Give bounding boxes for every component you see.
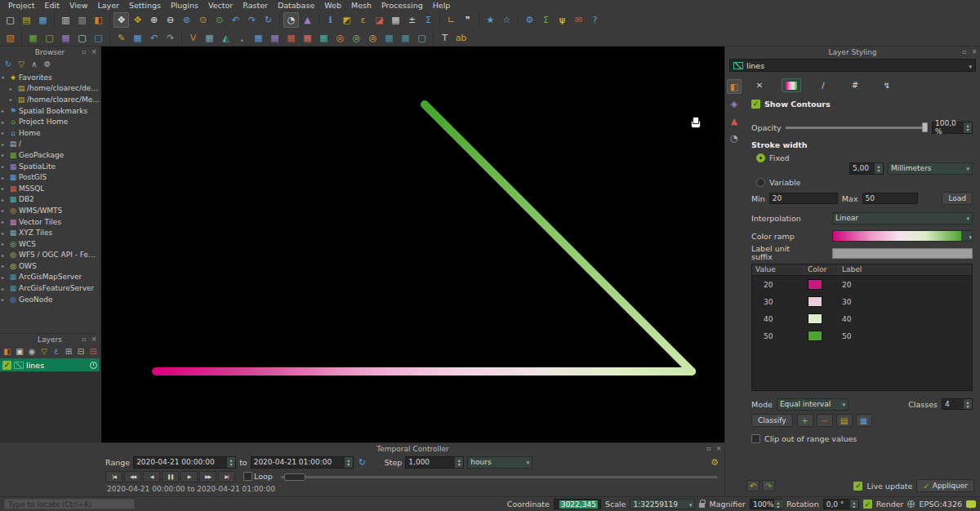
expand-arrow-icon[interactable]: ▸ [2, 219, 7, 224]
pan-to-selection-button[interactable]: ✥ [130, 12, 145, 28]
new-project-button[interactable]: ▢ [2, 12, 18, 28]
save-layer-edits-button[interactable]: ▦ [130, 30, 145, 46]
rotation-input[interactable]: 0,0 ° [823, 499, 859, 509]
tab-contours[interactable] [782, 78, 801, 92]
time-slider[interactable] [281, 471, 718, 482]
classes-table-row[interactable]: 30 30 [752, 293, 972, 310]
zoom-out-button[interactable]: ⊖ [163, 12, 178, 28]
menu-item[interactable]: Settings [124, 1, 166, 10]
new-memory-layer-button[interactable]: ▢ [74, 30, 90, 46]
browser-item-project-home[interactable]: ▸ ⌂ Project Home [0, 116, 100, 127]
zoom-next-button[interactable]: ↷ [244, 12, 260, 28]
filter-expression-button[interactable]: ε [51, 345, 62, 357]
new-virtual-layer-button[interactable]: ▢ [91, 30, 106, 46]
remove-class-button[interactable]: − [817, 414, 833, 427]
show-bookmarks-button[interactable]: ☆ [499, 12, 514, 28]
new-bookmark-button[interactable]: ★ [483, 12, 498, 28]
new-shapefile-button[interactable]: ▢ [42, 30, 57, 46]
refresh-range-button[interactable] [357, 456, 368, 468]
help-button[interactable]: ? [587, 12, 603, 28]
step-value-input[interactable]: 1,000 [405, 456, 464, 469]
scale-combo[interactable]: 1:32259119 [630, 499, 695, 509]
show-layout-manager-button[interactable]: ▥ [74, 12, 90, 28]
new-print-layout-button[interactable]: ▥ [58, 12, 74, 28]
toggle-editing-button[interactable]: ✎ [114, 30, 129, 46]
expand-arrow-icon[interactable]: ▸ [2, 152, 7, 158]
add-wfs-button[interactable]: ◎ [365, 30, 381, 46]
chevron-down-icon[interactable] [961, 231, 972, 241]
expand-arrow-icon[interactable]: ▸ [2, 296, 7, 302]
annotation-button[interactable]: T [437, 30, 452, 46]
layer-item-lines[interactable]: lines [0, 358, 100, 371]
expand-arrow-icon[interactable]: ▸ [2, 163, 7, 169]
float-panel-icon[interactable] [705, 444, 713, 452]
add-arcgis-feature-button[interactable]: ▦ [398, 30, 413, 46]
label-unit-suffix-input[interactable] [832, 248, 973, 259]
coordinate-input[interactable]: 3022,345 [554, 499, 601, 509]
add-arcgis-map-button[interactable]: ▦ [381, 30, 397, 46]
deselect-features-button[interactable]: ◪ [372, 12, 387, 28]
expand-arrow-icon[interactable]: ▸ [2, 241, 7, 247]
add-virtual-layer-button[interactable]: ▢ [414, 30, 430, 46]
browser-item-arcgis-feature[interactable]: ▸ ▦ ArcGisFeatureServer [0, 282, 100, 294]
add-group-button[interactable]: ▣ [14, 345, 25, 357]
clip-range-checkbox[interactable] [751, 434, 760, 443]
opacity-slider-handle[interactable] [922, 122, 928, 132]
browser-item-postgis[interactable]: ▸ ▦ PostGIS [0, 171, 100, 183]
field-calculator-button[interactable]: ± [404, 12, 420, 28]
crs-status-button[interactable]: EPSG:4326 [919, 500, 962, 509]
mode-combo[interactable]: Equal interval [777, 398, 849, 411]
classes-table-row[interactable]: 40 40 [752, 310, 972, 327]
redo-button[interactable]: ↷ [163, 30, 178, 46]
spinner[interactable] [964, 122, 972, 133]
tab-averaging[interactable]: ↯ [877, 78, 897, 92]
expand-arrow-icon[interactable]: ▸ [2, 175, 7, 180]
open-project-button[interactable]: ▤ [19, 12, 34, 28]
metasearch-button[interactable]: ✉ [571, 12, 586, 28]
map-tips-button[interactable]: ❞ [460, 12, 475, 28]
menu-item[interactable]: Mesh [346, 1, 376, 10]
open-attribute-table-button[interactable]: ▦ [388, 12, 403, 28]
spinner[interactable] [774, 500, 782, 509]
class-color-swatch[interactable] [808, 279, 822, 290]
menu-item[interactable]: Processing [376, 1, 428, 10]
menu-item[interactable]: Web [319, 1, 346, 10]
save-project-button[interactable]: ▦ [35, 12, 51, 28]
tab-mesh-frame[interactable]: # [845, 78, 865, 92]
spinner[interactable] [455, 457, 463, 468]
fixed-radio[interactable] [756, 153, 765, 162]
add-oracle-button[interactable]: ▦ [300, 30, 315, 46]
style-history-undo-button[interactable]: ↶ [746, 480, 760, 491]
opacity-value-input[interactable]: 100,0 % [932, 122, 973, 134]
labeling-options-button[interactable]: ab [453, 30, 469, 46]
browser-item-folder[interactable]: ▸ ▤ /home/cloarec/Me... [0, 94, 100, 105]
temporal-controller-button[interactable]: ◔ [283, 12, 299, 28]
spinner[interactable] [964, 399, 972, 409]
magnifier-input[interactable]: 100% [750, 499, 782, 509]
expand-arrow-icon[interactable]: ▸ [10, 86, 16, 91]
menu-item[interactable]: Help [428, 1, 456, 10]
browser-item-wms[interactable]: ▸ ◎ WMS/WMTS [0, 205, 100, 216]
close-panel-icon[interactable] [715, 444, 723, 452]
tab-mesh-settings[interactable]: ✕ [750, 78, 769, 92]
style-history-redo-button[interactable]: ↷ [762, 480, 775, 491]
measure-button[interactable]: ∟ [443, 12, 459, 28]
range-start-input[interactable]: 2020-04-21 00:00:00 [133, 456, 236, 469]
remove-layer-button[interactable]: ⊟ [87, 345, 99, 357]
width-unit-combo[interactable]: Millimeters [888, 162, 973, 175]
spinner[interactable] [345, 457, 353, 468]
step-forward-button[interactable]: ▶▶ [199, 471, 216, 482]
add-class-button[interactable]: + [797, 414, 813, 427]
close-panel-icon[interactable] [90, 47, 98, 56]
browser-filter-button[interactable]: ▽ [16, 59, 27, 70]
browser-properties-button[interactable]: ⚙ [42, 59, 53, 70]
browser-item-home[interactable]: ▸ ⌂ Home [0, 127, 100, 139]
render-checkbox[interactable] [863, 500, 872, 509]
browser-item-arcgis-map[interactable]: ▸ ▦ ArcGisMapServer [0, 272, 100, 283]
opacity-slider[interactable] [786, 122, 928, 132]
statistics-button[interactable]: Σ [538, 12, 554, 28]
add-delimited-text-button[interactable]: , [234, 30, 250, 46]
live-update-checkbox[interactable] [853, 482, 862, 491]
browser-item-spatial-bookmarks[interactable]: ▸ ⚑ Spatial Bookmarks [0, 105, 100, 117]
color-ramp-combo[interactable] [832, 230, 973, 242]
